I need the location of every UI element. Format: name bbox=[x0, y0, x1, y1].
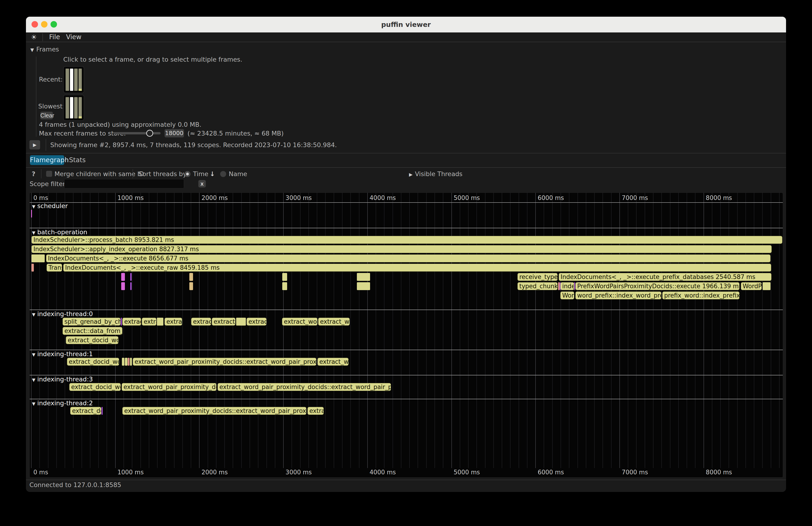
slider-knob[interactable] bbox=[146, 130, 153, 137]
scope-bar[interactable] bbox=[121, 318, 122, 325]
scope-bar[interactable]: split_grenad_by_chun bbox=[62, 318, 120, 325]
scope-bar[interactable] bbox=[236, 318, 246, 325]
scope-bar[interactable]: extract_word_pair_proximity_docids::extr… bbox=[122, 407, 306, 415]
scope-bar[interactable] bbox=[189, 282, 193, 290]
clear-slowest-button[interactable]: Clear bbox=[40, 112, 53, 119]
thread-group-header[interactable]: ▼indexing-thread:1 bbox=[32, 351, 93, 357]
frame-bar-selected[interactable] bbox=[70, 97, 73, 118]
frame-bar-selected[interactable] bbox=[70, 69, 73, 91]
thread-group-header[interactable]: ▼indexing-thread:3 bbox=[32, 376, 93, 383]
theme-toggle-button[interactable]: ☀ bbox=[30, 33, 38, 41]
scope-bar[interactable] bbox=[102, 407, 103, 415]
scope-bar[interactable] bbox=[121, 273, 125, 281]
scope-bar[interactable] bbox=[125, 358, 128, 366]
scope-bar[interactable] bbox=[157, 318, 163, 325]
scope-bar[interactable]: Word bbox=[560, 292, 574, 299]
scope-bar[interactable] bbox=[31, 264, 34, 272]
scope-bar[interactable] bbox=[130, 273, 132, 281]
frame-bar[interactable] bbox=[66, 97, 69, 118]
scope-bar[interactable]: extract_docid_word bbox=[66, 336, 118, 344]
gridline bbox=[141, 193, 141, 468]
scope-bar[interactable]: IndexDocuments<_, _>::execute 8656.677 m… bbox=[46, 254, 770, 262]
scope-bar[interactable]: extract_word_pair_proximity_docids::extr… bbox=[218, 383, 391, 391]
scope-bar[interactable] bbox=[130, 358, 132, 366]
scope-bar[interactable] bbox=[189, 273, 193, 281]
visible-threads-toggle[interactable]: ▶Visible Threads bbox=[409, 171, 463, 178]
timeline-tick-label: 8000 ms bbox=[706, 195, 732, 201]
scope-bar[interactable]: extract::data_from_ob bbox=[62, 327, 122, 335]
slowest-frames-thumbnail[interactable] bbox=[63, 95, 84, 121]
scope-bar[interactable]: IndexDocuments<_, _>::execute_prefix_dat… bbox=[559, 273, 771, 281]
menu-item-view[interactable]: View bbox=[66, 32, 81, 42]
gridline bbox=[334, 193, 334, 468]
scope-bar[interactable]: extract_ bbox=[212, 318, 235, 325]
max-frames-slider[interactable] bbox=[113, 132, 161, 134]
scope-bar[interactable]: receive_typed_ bbox=[518, 273, 557, 281]
tab-flamegraph[interactable]: Flamegraph bbox=[30, 155, 64, 165]
scope-bar[interactable] bbox=[357, 282, 370, 290]
scope-bar[interactable]: extract bbox=[122, 318, 141, 325]
scope-bar[interactable] bbox=[130, 282, 132, 290]
gridline bbox=[720, 193, 721, 468]
frames-section-header[interactable]: ▼Frames bbox=[30, 46, 59, 53]
scope-bar[interactable]: extract_word_pair_proximity_docids bbox=[122, 383, 216, 391]
menu-item-file[interactable]: File bbox=[49, 32, 60, 42]
scope-bar[interactable]: index bbox=[560, 282, 574, 290]
scope-bar[interactable]: extract_ bbox=[191, 318, 211, 325]
scope-bar[interactable]: typed_chunk::w bbox=[518, 282, 557, 290]
play-button[interactable]: ▶ bbox=[29, 140, 40, 149]
gridline bbox=[384, 193, 385, 468]
scope-bar[interactable]: extract bbox=[247, 318, 266, 325]
scope-bar[interactable] bbox=[357, 273, 370, 281]
scope-bar[interactable] bbox=[282, 273, 287, 281]
radio-sort-name[interactable] bbox=[220, 171, 226, 177]
scope-filter-input[interactable] bbox=[64, 179, 184, 188]
max-frames-value[interactable]: 18000 bbox=[164, 129, 184, 137]
scope-bar[interactable]: extract_word_pair_proximity_docids::extr… bbox=[133, 358, 316, 366]
scope-bar[interactable]: extract_wo bbox=[318, 318, 350, 325]
scope-bar[interactable]: IndexScheduler>::process_batch 8953.821 … bbox=[31, 236, 782, 244]
scope-bar[interactable] bbox=[128, 358, 130, 366]
slowest-frames-label: Slowest: bbox=[38, 103, 65, 110]
thread-group-header[interactable]: ▼indexing-thread:2 bbox=[32, 400, 93, 406]
sort-direction-arrow-icon[interactable]: ↓ bbox=[210, 171, 215, 177]
scope-bar[interactable]: PrefixWordPairsProximityDocids::execute … bbox=[576, 282, 739, 290]
scope-bar[interactable]: WordPr bbox=[741, 282, 762, 290]
merge-children-checkbox[interactable] bbox=[46, 171, 52, 177]
flamegraph-canvas[interactable]: 0 ms0 ms1000 ms1000 ms2000 ms2000 ms3000… bbox=[29, 192, 783, 478]
scope-bar[interactable]: extra bbox=[142, 318, 156, 325]
scope-bar[interactable] bbox=[282, 282, 287, 290]
scope-bar[interactable]: extract_word bbox=[282, 318, 318, 325]
scope-bar[interactable]: word_prefix::index_word_prefix_ bbox=[576, 292, 662, 299]
scope-bar[interactable]: IndexDocuments<_, _>::execute_raw 8459.1… bbox=[63, 264, 771, 272]
clear-filter-button[interactable]: x bbox=[198, 180, 206, 188]
thread-group-header[interactable]: ▼batch-operation bbox=[32, 229, 87, 235]
tab-stats[interactable]: Stats bbox=[69, 155, 86, 165]
frame-bar[interactable] bbox=[74, 97, 78, 118]
scope-bar[interactable]: extract_docid_word bbox=[69, 383, 121, 391]
scope-bar[interactable]: extract_wo bbox=[318, 358, 349, 366]
frame-bar[interactable] bbox=[78, 69, 82, 91]
scope-bar[interactable]: extract_doc bbox=[70, 407, 101, 415]
scope-bar[interactable] bbox=[122, 358, 125, 366]
thread-group-header[interactable]: ▼indexing-thread:0 bbox=[32, 310, 93, 317]
scope-bar[interactable] bbox=[558, 282, 560, 290]
scope-bar[interactable]: extrac bbox=[164, 318, 182, 325]
thread-group-header[interactable]: ▼scheduler bbox=[32, 203, 68, 209]
scope-bar[interactable]: prefix_word::index_prefix_wo bbox=[662, 292, 739, 299]
scope-bar[interactable]: IndexScheduler>::apply_index_operation 8… bbox=[31, 245, 772, 253]
scope-bar[interactable]: extract_docid_word bbox=[67, 358, 119, 366]
scope-bar[interactable] bbox=[763, 282, 770, 290]
radio-sort-time[interactable] bbox=[185, 171, 190, 177]
help-button[interactable]: ? bbox=[32, 171, 35, 177]
scope-bar[interactable]: Trans bbox=[47, 264, 62, 272]
scope-bar[interactable] bbox=[574, 282, 575, 290]
scope-bar[interactable] bbox=[31, 254, 45, 262]
frame-bar[interactable] bbox=[74, 69, 78, 91]
frame-bar[interactable] bbox=[78, 97, 82, 118]
frame-bar[interactable] bbox=[66, 69, 69, 91]
scope-bar[interactable]: extrac bbox=[307, 407, 324, 415]
scope-bar[interactable] bbox=[121, 282, 125, 290]
recent-frames-thumbnail[interactable] bbox=[63, 66, 84, 93]
scope-bar[interactable] bbox=[31, 210, 32, 218]
